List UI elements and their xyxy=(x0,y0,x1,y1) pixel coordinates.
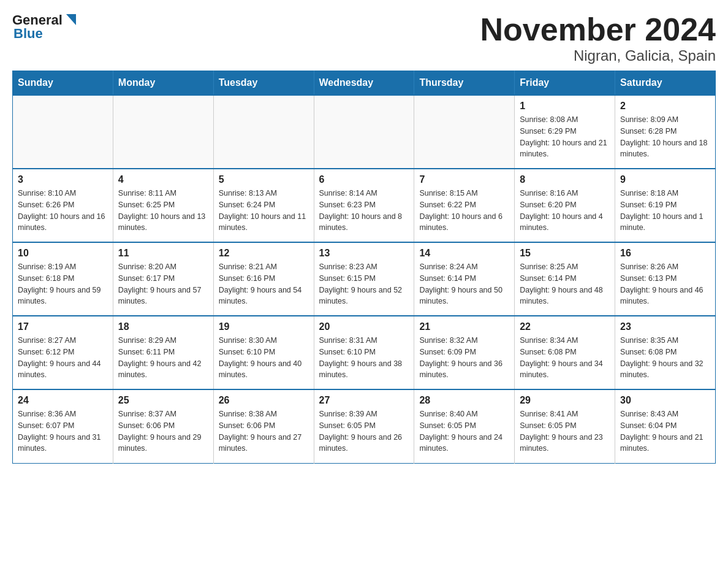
logo-triangle-icon xyxy=(64,13,77,26)
day-info: Sunrise: 8:30 AMSunset: 6:10 PMDaylight:… xyxy=(219,335,309,381)
day-info: Sunrise: 8:08 AMSunset: 6:29 PMDaylight:… xyxy=(520,114,610,160)
col-thursday: Thursday xyxy=(414,71,515,96)
calendar-cell: 30Sunrise: 8:43 AMSunset: 6:04 PMDayligh… xyxy=(615,389,716,463)
calendar-cell: 14Sunrise: 8:24 AMSunset: 6:14 PMDayligh… xyxy=(414,242,515,316)
col-friday: Friday xyxy=(515,71,615,96)
day-info: Sunrise: 8:19 AMSunset: 6:18 PMDaylight:… xyxy=(18,261,108,307)
calendar-cell: 4Sunrise: 8:11 AMSunset: 6:25 PMDaylight… xyxy=(113,169,213,242)
day-number: 10 xyxy=(18,248,108,259)
day-number: 23 xyxy=(620,321,710,332)
day-info: Sunrise: 8:18 AMSunset: 6:19 PMDaylight:… xyxy=(620,188,710,234)
calendar-cell: 29Sunrise: 8:41 AMSunset: 6:05 PMDayligh… xyxy=(515,389,615,463)
day-number: 27 xyxy=(319,395,409,406)
day-info: Sunrise: 8:16 AMSunset: 6:20 PMDaylight:… xyxy=(520,188,610,234)
day-number: 19 xyxy=(219,321,309,332)
calendar-header-row: Sunday Monday Tuesday Wednesday Thursday… xyxy=(13,71,716,96)
logo: General Blue xyxy=(12,12,77,42)
calendar-cell xyxy=(113,95,213,169)
calendar-cell: 17Sunrise: 8:27 AMSunset: 6:12 PMDayligh… xyxy=(13,316,113,389)
calendar-cell: 3Sunrise: 8:10 AMSunset: 6:26 PMDaylight… xyxy=(13,169,113,242)
day-number: 1 xyxy=(520,101,610,112)
day-info: Sunrise: 8:27 AMSunset: 6:12 PMDaylight:… xyxy=(18,335,108,381)
day-number: 7 xyxy=(419,174,509,185)
day-number: 29 xyxy=(520,395,610,406)
calendar-cell: 21Sunrise: 8:32 AMSunset: 6:09 PMDayligh… xyxy=(414,316,515,389)
day-number: 4 xyxy=(118,174,208,185)
calendar-cell: 26Sunrise: 8:38 AMSunset: 6:06 PMDayligh… xyxy=(213,389,314,463)
day-number: 25 xyxy=(118,395,208,406)
calendar-cell xyxy=(314,95,414,169)
day-info: Sunrise: 8:20 AMSunset: 6:17 PMDaylight:… xyxy=(118,261,208,307)
day-number: 18 xyxy=(118,321,208,332)
calendar-table: Sunday Monday Tuesday Wednesday Thursday… xyxy=(12,71,716,464)
day-info: Sunrise: 8:11 AMSunset: 6:25 PMDaylight:… xyxy=(118,188,208,234)
calendar-cell: 10Sunrise: 8:19 AMSunset: 6:18 PMDayligh… xyxy=(13,242,113,316)
calendar-cell: 7Sunrise: 8:15 AMSunset: 6:22 PMDaylight… xyxy=(414,169,515,242)
page-header: General Blue November 2024 Nigran, Galic… xyxy=(12,12,716,64)
calendar-cell: 8Sunrise: 8:16 AMSunset: 6:20 PMDaylight… xyxy=(515,169,615,242)
day-number: 15 xyxy=(520,248,610,259)
day-number: 5 xyxy=(219,174,309,185)
col-tuesday: Tuesday xyxy=(213,71,314,96)
day-number: 13 xyxy=(319,248,409,259)
day-number: 28 xyxy=(419,395,509,406)
day-info: Sunrise: 8:09 AMSunset: 6:28 PMDaylight:… xyxy=(620,114,710,160)
calendar-cell: 1Sunrise: 8:08 AMSunset: 6:29 PMDaylight… xyxy=(515,95,615,169)
calendar-cell: 15Sunrise: 8:25 AMSunset: 6:14 PMDayligh… xyxy=(515,242,615,316)
calendar-cell: 5Sunrise: 8:13 AMSunset: 6:24 PMDaylight… xyxy=(213,169,314,242)
day-number: 26 xyxy=(219,395,309,406)
day-number: 20 xyxy=(319,321,409,332)
col-monday: Monday xyxy=(113,71,213,96)
calendar-cell: 13Sunrise: 8:23 AMSunset: 6:15 PMDayligh… xyxy=(314,242,414,316)
calendar-week-2: 3Sunrise: 8:10 AMSunset: 6:26 PMDaylight… xyxy=(13,169,716,242)
calendar-week-3: 10Sunrise: 8:19 AMSunset: 6:18 PMDayligh… xyxy=(13,242,716,316)
day-info: Sunrise: 8:38 AMSunset: 6:06 PMDaylight:… xyxy=(219,408,309,454)
day-info: Sunrise: 8:10 AMSunset: 6:26 PMDaylight:… xyxy=(18,188,108,234)
calendar-cell: 25Sunrise: 8:37 AMSunset: 6:06 PMDayligh… xyxy=(113,389,213,463)
calendar-cell: 2Sunrise: 8:09 AMSunset: 6:28 PMDaylight… xyxy=(615,95,716,169)
calendar-week-4: 17Sunrise: 8:27 AMSunset: 6:12 PMDayligh… xyxy=(13,316,716,389)
calendar-week-5: 24Sunrise: 8:36 AMSunset: 6:07 PMDayligh… xyxy=(13,389,716,463)
day-number: 24 xyxy=(18,395,108,406)
col-sunday: Sunday xyxy=(13,71,113,96)
day-number: 30 xyxy=(620,395,710,406)
day-number: 14 xyxy=(419,248,509,259)
day-info: Sunrise: 8:24 AMSunset: 6:14 PMDaylight:… xyxy=(419,261,509,307)
day-number: 17 xyxy=(18,321,108,332)
calendar-cell: 19Sunrise: 8:30 AMSunset: 6:10 PMDayligh… xyxy=(213,316,314,389)
day-info: Sunrise: 8:15 AMSunset: 6:22 PMDaylight:… xyxy=(419,188,509,234)
calendar-cell: 18Sunrise: 8:29 AMSunset: 6:11 PMDayligh… xyxy=(113,316,213,389)
day-info: Sunrise: 8:23 AMSunset: 6:15 PMDaylight:… xyxy=(319,261,409,307)
calendar-cell: 24Sunrise: 8:36 AMSunset: 6:07 PMDayligh… xyxy=(13,389,113,463)
day-number: 3 xyxy=(18,174,108,185)
calendar-cell: 22Sunrise: 8:34 AMSunset: 6:08 PMDayligh… xyxy=(515,316,615,389)
calendar-cell: 9Sunrise: 8:18 AMSunset: 6:19 PMDaylight… xyxy=(615,169,716,242)
calendar-cell xyxy=(213,95,314,169)
day-info: Sunrise: 8:26 AMSunset: 6:13 PMDaylight:… xyxy=(620,261,710,307)
day-number: 6 xyxy=(319,174,409,185)
logo-blue-text: Blue xyxy=(12,26,43,42)
day-number: 2 xyxy=(620,101,710,112)
day-info: Sunrise: 8:21 AMSunset: 6:16 PMDaylight:… xyxy=(219,261,309,307)
calendar-cell: 20Sunrise: 8:31 AMSunset: 6:10 PMDayligh… xyxy=(314,316,414,389)
calendar-cell: 16Sunrise: 8:26 AMSunset: 6:13 PMDayligh… xyxy=(615,242,716,316)
day-info: Sunrise: 8:40 AMSunset: 6:05 PMDaylight:… xyxy=(419,408,509,454)
col-wednesday: Wednesday xyxy=(314,71,414,96)
day-info: Sunrise: 8:25 AMSunset: 6:14 PMDaylight:… xyxy=(520,261,610,307)
calendar-cell xyxy=(414,95,515,169)
title-block: November 2024 Nigran, Galicia, Spain xyxy=(480,12,716,64)
day-number: 9 xyxy=(620,174,710,185)
day-info: Sunrise: 8:31 AMSunset: 6:10 PMDaylight:… xyxy=(319,335,409,381)
day-info: Sunrise: 8:43 AMSunset: 6:04 PMDaylight:… xyxy=(620,408,710,454)
day-info: Sunrise: 8:29 AMSunset: 6:11 PMDaylight:… xyxy=(118,335,208,381)
day-number: 8 xyxy=(520,174,610,185)
day-number: 16 xyxy=(620,248,710,259)
day-info: Sunrise: 8:14 AMSunset: 6:23 PMDaylight:… xyxy=(319,188,409,234)
calendar-cell: 12Sunrise: 8:21 AMSunset: 6:16 PMDayligh… xyxy=(213,242,314,316)
day-info: Sunrise: 8:34 AMSunset: 6:08 PMDaylight:… xyxy=(520,335,610,381)
calendar-cell: 23Sunrise: 8:35 AMSunset: 6:08 PMDayligh… xyxy=(615,316,716,389)
calendar-cell: 11Sunrise: 8:20 AMSunset: 6:17 PMDayligh… xyxy=(113,242,213,316)
col-saturday: Saturday xyxy=(615,71,716,96)
day-info: Sunrise: 8:35 AMSunset: 6:08 PMDaylight:… xyxy=(620,335,710,381)
day-info: Sunrise: 8:37 AMSunset: 6:06 PMDaylight:… xyxy=(118,408,208,454)
